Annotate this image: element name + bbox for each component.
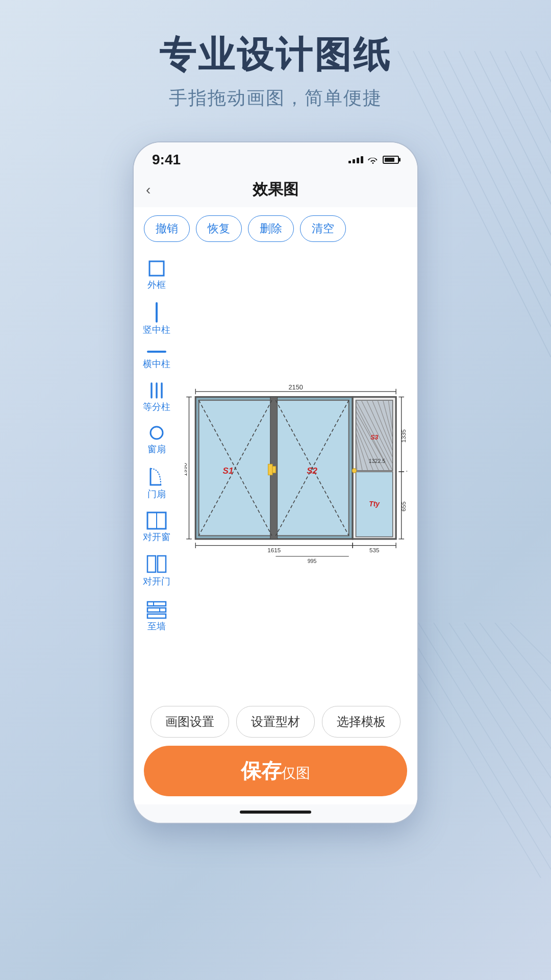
svg-line-6 [490,51,551,225]
save-main-label: 保存 [241,760,282,782]
svg-rect-31 [147,602,166,606]
sidebar-item-double-door[interactable]: 对开门 [134,549,180,593]
svg-point-73 [352,469,356,473]
sidebar-item-double-window[interactable]: 对开窗 [134,506,180,548]
double-window-icon [146,511,167,530]
set-profile-button[interactable]: 设置型材 [236,706,315,738]
app-header: ‹ 效果图 [134,172,417,207]
svg-text:Tty: Tty [369,500,380,508]
svg-line-2 [429,51,551,347]
svg-line-15 [449,623,551,801]
svg-text:S1: S1 [223,467,234,476]
sidebar-item-wall[interactable]: 至墙 [134,594,180,638]
svg-text:1322.5: 1322.5 [369,458,386,464]
choose-template-button[interactable]: 选择模板 [322,706,400,738]
sidebar-item-outer-frame[interactable]: 外框 [134,254,180,296]
back-button[interactable]: ‹ [146,182,151,198]
undo-button[interactable]: 撤销 [144,215,190,242]
svg-line-8 [520,51,551,163]
canvas-area[interactable]: 2150 [180,250,417,698]
vertical-pillar-icon [147,302,166,323]
outer-frame-icon [147,259,166,278]
svg-rect-33 [147,614,166,618]
app-content: 撤销 恢复 删除 清空 外框 [134,207,417,804]
sidebar-item-equal-pillar[interactable]: 等分柱 [134,376,180,418]
draw-settings-button[interactable]: 画图设置 [151,706,229,738]
save-sub-label: 仅图 [282,765,310,781]
home-indicator [134,804,417,823]
equal-pillar-label: 等分柱 [143,402,170,413]
wall-label: 至墙 [147,621,166,632]
battery-icon [383,156,399,164]
svg-rect-20 [149,261,164,276]
svg-line-12 [403,623,551,878]
bottom-buttons-row: 画图设置 设置型材 选择模板 [144,706,407,738]
svg-line-13 [418,623,551,863]
svg-rect-32 [147,608,166,612]
svg-text:1615: 1615 [267,547,281,553]
wall-icon [146,599,167,619]
svg-text:995: 995 [308,558,317,564]
horizontal-pillar-label: 横中柱 [143,359,170,370]
sidebar-item-horizontal-pillar[interactable]: 横中柱 [134,341,180,375]
double-window-label: 对开窗 [143,532,170,543]
signal-icon [348,156,363,163]
svg-line-14 [434,623,551,832]
save-button[interactable]: 保存仅图 [144,746,407,796]
wifi-icon [367,156,379,164]
window-sash-label: 窗扇 [147,444,166,455]
svg-rect-30 [158,556,166,572]
svg-rect-51 [268,464,272,475]
svg-text:S2: S2 [307,467,317,476]
window-sash-icon [147,424,166,442]
svg-line-4 [459,51,551,286]
bottom-section: 画图设置 设置型材 选择模板 保存仅图 [134,698,417,804]
svg-text:1335: 1335 [400,429,407,443]
door-sash-icon [147,467,166,487]
svg-line-5 [474,51,551,255]
app-title: 效果图 [253,179,298,200]
clear-button[interactable]: 清空 [300,215,346,242]
phone-frame: 9:41 ‹ 效果图 [133,141,418,824]
vertical-pillar-label: 竖中柱 [143,325,170,336]
equal-pillar-icon [147,381,166,400]
svg-text:655: 655 [400,501,407,511]
horizontal-pillar-icon [147,347,166,357]
outer-frame-label: 外框 [147,280,166,291]
sidebar-item-door-sash[interactable]: 门扇 [134,461,180,505]
content-area: 外框 竖中柱 [134,250,417,698]
double-door-label: 对开门 [143,576,170,587]
svg-line-16 [464,623,551,771]
status-time: 9:41 [152,152,181,168]
svg-line-19 [510,623,551,679]
status-bar: 9:41 [134,142,417,172]
svg-line-7 [505,51,551,194]
svg-line-17 [480,623,551,740]
svg-point-26 [151,427,163,439]
sidebar-item-window-sash[interactable]: 窗扇 [134,419,180,460]
svg-line-9 [536,51,551,133]
redo-button[interactable]: 恢复 [196,215,242,242]
delete-button[interactable]: 删除 [248,215,294,242]
toolbar-row: 撤销 恢复 删除 清空 [134,207,417,250]
svg-text:2150: 2150 [289,383,303,391]
sidebar-item-vertical-pillar[interactable]: 竖中柱 [134,297,180,341]
svg-text:S3: S3 [370,433,379,441]
svg-line-3 [444,51,551,316]
double-door-icon [146,554,167,574]
door-sash-label: 门扇 [147,489,166,500]
status-icons [348,156,399,164]
svg-rect-29 [147,556,156,572]
svg-rect-52 [272,467,276,473]
sidebar: 外框 竖中柱 [134,250,180,698]
svg-text:535: 535 [369,547,379,553]
home-bar [240,811,311,814]
svg-text:1990: 1990 [185,463,188,476]
window-drawing: 2150 [185,255,412,693]
